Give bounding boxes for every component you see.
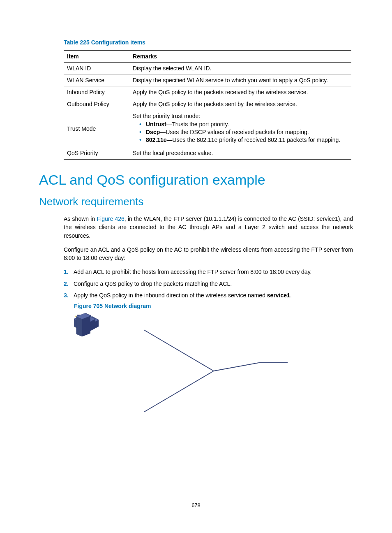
table-row-trust: Trust Mode Set the priority trust mode: … xyxy=(64,110,351,147)
th-item: Item xyxy=(64,50,129,63)
cell-item: WLAN Service xyxy=(64,74,129,86)
config-table: Item Remarks WLAN ID Display the selecte… xyxy=(64,50,351,160)
table-row: Outbound Policy Apply the QoS policy to … xyxy=(64,98,351,110)
page-number: 678 xyxy=(0,502,392,508)
cell-item: Inbound Policy xyxy=(64,86,129,98)
list-item: 3.Apply the QoS policy in the inbound di… xyxy=(64,291,353,299)
paragraph: Configure an ACL and a QoS policy on the… xyxy=(64,246,353,262)
trust-bullet: Untrust—Trusts the port priority. xyxy=(141,121,348,127)
svg-line-0 xyxy=(144,330,214,371)
trust-bullet: Dscp—Uses the DSCP values of received pa… xyxy=(141,129,348,135)
section-heading: ACL and QoS configuration example xyxy=(39,172,353,188)
cell-item: WLAN ID xyxy=(64,63,129,74)
list-item: 2.Configure a QoS policy to drop the pac… xyxy=(64,280,353,288)
network-diagram: ((●)) ((●)) xyxy=(74,313,288,429)
paragraph: As shown in Figure 426, in the WLAN, the… xyxy=(64,215,353,240)
svg-line-2 xyxy=(214,363,259,371)
figure-link[interactable]: Figure 426 xyxy=(97,216,124,222)
numbered-list: 1.Add an ACL to prohibit the hosts from … xyxy=(64,268,353,299)
cell-remarks: Set the priority trust mode: Untrust—Tru… xyxy=(129,110,351,147)
table-row: WLAN ID Display the selected WLAN ID. xyxy=(64,63,351,74)
cell-item: QoS Priority xyxy=(64,147,129,160)
cell-remarks: Display the selected WLAN ID. xyxy=(129,63,351,74)
server-icon xyxy=(74,313,90,336)
bullet-bold: Dscp xyxy=(146,129,160,135)
svg-marker-27 xyxy=(82,316,90,336)
list-item: 1.Add an ACL to prohibit the hosts from … xyxy=(64,268,353,276)
table-row: WLAN Service Display the specified WLAN … xyxy=(64,74,351,86)
cell-item: Trust Mode xyxy=(64,110,129,147)
list-bold: service1 xyxy=(267,292,290,299)
svg-line-1 xyxy=(144,371,214,412)
table-row: Inbound Policy Apply the QoS policy to t… xyxy=(64,86,351,98)
cell-remarks: Display the specified WLAN service to wh… xyxy=(129,74,351,86)
table-row: QoS Priority Set the local precedence va… xyxy=(64,147,351,160)
bullet-text: —Uses the DSCP values of received packet… xyxy=(160,129,309,135)
subsection-heading: Network requirements xyxy=(39,195,353,208)
para-text: As shown in xyxy=(64,216,97,222)
table-caption: Table 225 Configuration items xyxy=(39,39,353,46)
list-text: Apply the QoS policy in the inbound dire… xyxy=(74,292,267,299)
bullet-bold: Untrust xyxy=(146,121,166,127)
bullet-bold: 802.11e xyxy=(146,137,167,143)
th-remarks: Remarks xyxy=(129,50,351,63)
cell-remarks: Set the local precedence value. xyxy=(129,147,351,160)
list-number: 1. xyxy=(64,268,69,276)
list-number: 2. xyxy=(64,280,69,288)
cell-remarks: Apply the QoS policy to the packets sent… xyxy=(129,98,351,110)
bullet-text: —Uses the 802.11e priority of received 8… xyxy=(167,137,341,143)
bullet-text: —Trusts the port priority. xyxy=(166,121,229,127)
cell-item: Outbound Policy xyxy=(64,98,129,110)
trust-intro: Set the priority trust mode: xyxy=(133,113,200,119)
trust-bullet: 802.11e—Uses the 802.11e priority of rec… xyxy=(141,137,348,143)
cell-remarks: Apply the QoS policy to the packets rece… xyxy=(129,86,351,98)
svg-marker-26 xyxy=(76,317,82,336)
list-text: Add an ACL to prohibit the hosts from ac… xyxy=(74,269,311,275)
list-number: 3. xyxy=(64,291,69,299)
list-text: . xyxy=(290,292,292,299)
list-text: Configure a QoS policy to drop the packe… xyxy=(74,280,232,287)
figure-caption: Figure 705 Network diagram xyxy=(74,303,353,309)
